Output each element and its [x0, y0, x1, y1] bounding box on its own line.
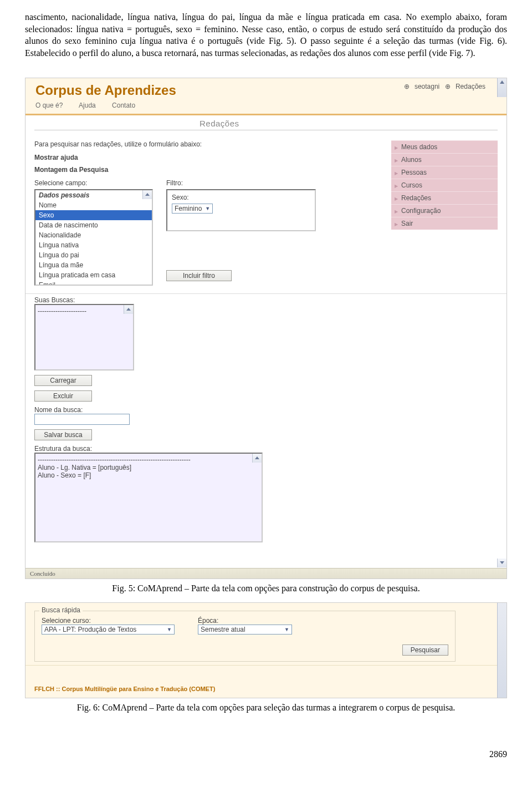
carregar-button[interactable]: Carregar — [34, 375, 92, 386]
show-help-link[interactable]: Mostrar ajuda — [34, 154, 378, 161]
chevron-down-icon: ▼ — [205, 206, 210, 211]
paragraph: nascimento, nacionalidade, língua nativa… — [25, 11, 507, 59]
listbox-item-lingua-mae[interactable]: Língua da mãe — [35, 260, 152, 270]
eb-line2: Aluno - Lg. Nativa = [português] — [38, 464, 259, 471]
page-number: 2869 — [25, 749, 507, 759]
incluir-filtro-button[interactable]: Incluir filtro — [166, 270, 232, 281]
sexo-label: Sexo: — [172, 194, 310, 201]
redacoes-icon: ⊕ — [445, 83, 451, 90]
selcurso-label: Selecione curso: — [42, 617, 175, 625]
screenshot-fig6: Busca rápida Selecione curso: APA - LPT:… — [25, 602, 507, 698]
sexo-select[interactable]: Feminino ▼ — [172, 204, 213, 214]
listbox-scroll-up-icon[interactable] — [142, 190, 152, 199]
salvar-button[interactable]: Salvar busca — [34, 429, 92, 440]
top-links: ⊕ seotagni ⊕ Redações — [401, 83, 485, 90]
listbox-item-email[interactable]: Email — [35, 280, 152, 286]
epoca-label: Época: — [198, 617, 292, 625]
selcampo-label: Selecione campo: — [34, 179, 153, 187]
pesquisar-button[interactable]: Pesquisar — [402, 644, 448, 656]
user-icon: ⊕ — [404, 83, 410, 90]
intro-text: Para pesquisar nas redações, utilize o f… — [34, 140, 378, 148]
scrollbar-up-icon[interactable] — [497, 78, 507, 97]
side-alunos[interactable]: Alunos — [391, 153, 498, 166]
user-link[interactable]: seotagni — [415, 83, 439, 90]
side-meusdados[interactable]: Meus dados — [391, 140, 498, 153]
sexo-value: Feminino — [175, 205, 202, 212]
scrollbar-icon[interactable] — [497, 603, 507, 698]
textarea2-scroll-up-icon[interactable] — [252, 454, 262, 463]
nomebusca-input[interactable] — [34, 414, 130, 425]
dashes: ---------------------- — [38, 307, 86, 315]
chevron-down-icon: ▼ — [284, 627, 289, 632]
listbox-item-sexo[interactable]: Sexo — [35, 210, 152, 220]
scrollbar-down-icon[interactable] — [497, 559, 507, 567]
nav-ajuda[interactable]: Ajuda — [79, 101, 96, 109]
side-config[interactable]: Configuração — [391, 204, 498, 217]
field-listbox[interactable]: Dados pessoais Nome Sexo Data de nascime… — [34, 189, 153, 286]
caption-fig5: Fig. 5: CoMAprend – Parte da tela com op… — [0, 583, 532, 593]
montagem-label: Montagem da Pesquisa — [34, 166, 378, 174]
nav-contato[interactable]: Contato — [112, 101, 135, 109]
fieldset-legend: Busca rápida — [39, 606, 83, 614]
listbox-item-lingua-casa[interactable]: Língua praticada em casa — [35, 270, 152, 280]
side-cursos[interactable]: Cursos — [391, 179, 498, 191]
estrutura-label: Estrutura da busca: — [34, 445, 498, 453]
caption-fig6: Fig. 6: CoMAprend – Parte da tela com op… — [0, 703, 532, 713]
page-title: Redações — [34, 115, 498, 130]
listbox-item-lingua-nativa[interactable]: Língua nativa — [35, 240, 152, 250]
statusbar: Concluído — [25, 568, 507, 578]
curso-select[interactable]: APA - LPT: Produção de Textos ▼ — [42, 625, 175, 635]
nomebusca-label: Nome da busca: — [34, 406, 498, 414]
curso-value: APA - LPT: Produção de Textos — [44, 626, 136, 633]
listbox-item-data[interactable]: Data de nascimento — [35, 220, 152, 230]
textarea-scroll-up-icon[interactable] — [124, 305, 133, 314]
estrutura-textarea[interactable]: ----------------------------------------… — [34, 453, 263, 542]
filtro-label: Filtro: — [166, 179, 316, 187]
listbox-header: Dados pessoais — [35, 190, 152, 200]
eb-line1: ----------------------------------------… — [38, 456, 259, 464]
eb-line3: Aluno - Sexo = [F] — [38, 471, 259, 479]
redacoes-link[interactable]: Redações — [456, 83, 485, 90]
side-sair[interactable]: Sair — [391, 217, 498, 230]
app-logo: Corpus de Aprendizes — [35, 83, 176, 98]
epoca-value: Semestre atual — [201, 626, 245, 633]
nav-oque[interactable]: O que é? — [35, 101, 63, 109]
suasbuscas-label: Suas Buscas: — [34, 296, 498, 304]
suasbuscas-textarea[interactable]: ---------------------- — [34, 304, 134, 370]
screenshot-fig5: Corpus de Aprendizes ⊕ seotagni ⊕ Redaçõ… — [25, 78, 507, 579]
listbox-item-nacionalidade[interactable]: Nacionalidade — [35, 230, 152, 240]
epoca-select[interactable]: Semestre atual ▼ — [198, 625, 292, 635]
side-pessoas[interactable]: Pessoas — [391, 166, 498, 179]
footer-text: FFLCH :: Corpus Multilíngüe para Ensino … — [25, 682, 507, 698]
side-redacoes[interactable]: Redações — [391, 191, 498, 204]
chevron-down-icon: ▼ — [167, 627, 172, 632]
excluir-button[interactable]: Excluir — [34, 390, 92, 402]
listbox-item-lingua-pai[interactable]: Língua do pai — [35, 250, 152, 260]
listbox-item-nome[interactable]: Nome — [35, 200, 152, 210]
